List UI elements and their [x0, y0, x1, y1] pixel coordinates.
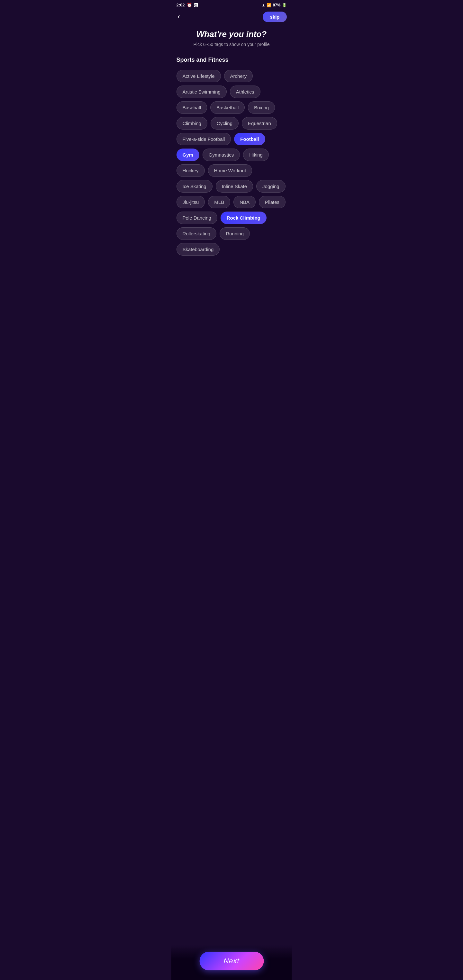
- wifi-icon: ▲: [262, 3, 266, 7]
- tag-gymnastics[interactable]: Gymnastics: [202, 148, 240, 161]
- tag-climbing[interactable]: Climbing: [177, 117, 207, 130]
- tag-ice-skating[interactable]: Ice Skating: [177, 180, 213, 192]
- content-area: Sports and Fitness Active LifestyleArche…: [171, 57, 292, 294]
- tags-container: Active LifestyleArcheryArtistic Swimming…: [177, 70, 287, 256]
- tag-archery[interactable]: Archery: [224, 70, 253, 82]
- tag-boxing[interactable]: Boxing: [248, 101, 275, 114]
- tag-pole-dancing[interactable]: Pole Dancing: [177, 212, 217, 224]
- skip-button[interactable]: skip: [263, 11, 286, 22]
- tag-pilates[interactable]: Pilates: [259, 196, 285, 208]
- tag-cycling[interactable]: Cycling: [211, 117, 239, 130]
- tag-baseball[interactable]: Baseball: [177, 101, 207, 114]
- signal-icon: 📶: [267, 3, 271, 7]
- gallery-icon: 🖼: [194, 3, 198, 7]
- tag-equestrian[interactable]: Equestrian: [242, 117, 277, 130]
- tag-nba[interactable]: NBA: [234, 196, 256, 208]
- tag-hiking[interactable]: Hiking: [243, 148, 269, 161]
- tag-active-lifestyle[interactable]: Active Lifestyle: [177, 70, 221, 82]
- page-subtitle: Pick 6~50 tags to show on your profile: [178, 42, 285, 47]
- section-title-sports: Sports and Fitness: [177, 57, 287, 63]
- tag-gym[interactable]: Gym: [177, 148, 199, 161]
- tag-jogging[interactable]: Jogging: [256, 180, 285, 192]
- tag-rock-climbing[interactable]: Rock Climbing: [221, 212, 267, 224]
- tag-football[interactable]: Football: [234, 133, 265, 145]
- tag-rollerskating[interactable]: Rollerskating: [177, 228, 217, 240]
- battery-display: 87%: [273, 3, 280, 7]
- tag-skateboarding[interactable]: Skateboarding: [177, 243, 220, 256]
- time-display: 2:02: [177, 3, 185, 7]
- tag-inline-skate[interactable]: Inline Skate: [216, 180, 253, 192]
- tag-artistic-swimming[interactable]: Artistic Swimming: [177, 86, 227, 98]
- tag-five-a-side-football[interactable]: Five-a-side Football: [177, 133, 231, 145]
- alarm-icon: ⏰: [187, 3, 192, 7]
- tag-hockey[interactable]: Hockey: [177, 164, 205, 177]
- status-right: ▲ 📶 87% 🔋: [262, 3, 287, 7]
- status-left: 2:02 ⏰ 🖼: [177, 3, 198, 7]
- battery-icon: 🔋: [282, 3, 287, 7]
- title-section: What're you into? Pick 6~50 tags to show…: [171, 26, 292, 53]
- status-bar: 2:02 ⏰ 🖼 ▲ 📶 87% 🔋: [171, 0, 292, 9]
- page-title: What're you into?: [178, 29, 285, 39]
- tag-athletics[interactable]: Athletics: [230, 86, 261, 98]
- tag-jiu-jitsu[interactable]: Jiu-jitsu: [177, 196, 205, 208]
- header-nav: ‹ skip: [171, 9, 292, 26]
- back-button[interactable]: ‹: [177, 11, 181, 22]
- tag-basketball[interactable]: Basketball: [210, 101, 245, 114]
- tag-mlb[interactable]: MLB: [208, 196, 230, 208]
- tag-home-workout[interactable]: Home Workout: [208, 164, 252, 177]
- tag-running[interactable]: Running: [220, 228, 250, 240]
